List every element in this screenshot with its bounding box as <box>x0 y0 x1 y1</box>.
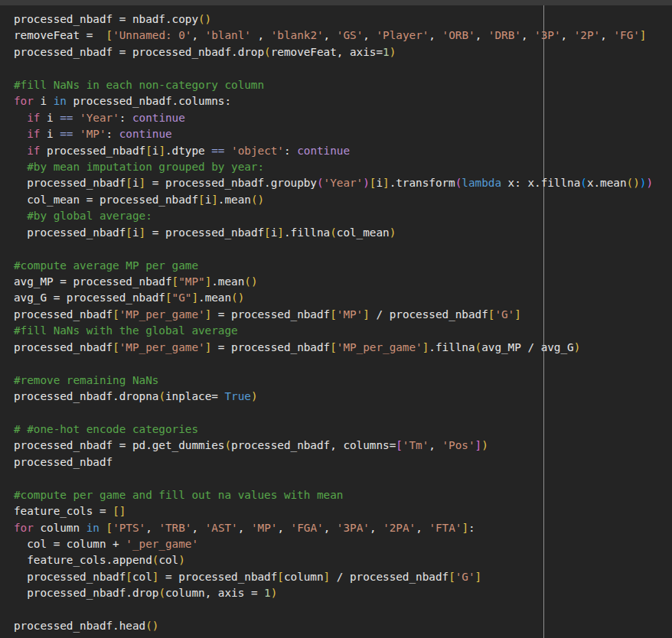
code-line: # #one-hot encode categories <box>14 422 672 438</box>
code-line: processed_nbadf[i] = processed_nbadf[i].… <box>14 225 672 241</box>
code-line: for column in ['PTS', 'TRB', 'AST', 'MP'… <box>14 520 672 536</box>
code-line: processed_nbadf.head() <box>14 618 672 634</box>
code-line <box>14 60 672 76</box>
code-area[interactable]: processed_nbadf = nbadf.copy()removeFeat… <box>14 11 672 638</box>
code-line <box>14 241 672 257</box>
code-line: #remove remaining NaNs <box>14 373 672 389</box>
code-line: processed_nbadf.drop(column, axis = 1) <box>14 585 672 601</box>
code-line: #by global average: <box>14 208 672 224</box>
code-line: #compute average MP per game <box>14 258 672 274</box>
code-line: processed_nbadf = processed_nbadf.drop(r… <box>14 44 672 60</box>
code-line: removeFeat = ['Unnamed: 0', 'blanl' , 'b… <box>14 28 672 44</box>
code-line: if i == 'Year': continue <box>14 110 672 126</box>
code-line: if processed_nbadf[i].dtype == 'object':… <box>14 143 672 159</box>
code-line: #compute per game and fill out na values… <box>14 487 672 503</box>
code-line: processed_nbadf['MP_per_game'] = process… <box>14 340 672 356</box>
code-line: feature_cols = [] <box>14 503 672 519</box>
code-line <box>14 602 672 618</box>
code-line: processed_nbadf.dropna(inplace= True) <box>14 389 672 405</box>
code-line: for i in processed_nbadf.columns: <box>14 93 672 109</box>
code-line: avg_MP = processed_nbadf["MP"].mean() <box>14 274 672 290</box>
code-line: #by mean imputation grouped by year: <box>14 159 672 175</box>
code-line: processed_nbadf = pd.get_dummies(process… <box>14 438 672 454</box>
code-editor: processed_nbadf = nbadf.copy()removeFeat… <box>0 0 672 638</box>
code-line: #fill NaNs with the global average <box>14 323 672 339</box>
code-line: if i == 'MP': continue <box>14 126 672 142</box>
code-line: processed_nbadf[i] = processed_nbadf.gro… <box>14 175 672 191</box>
code-line <box>14 356 672 372</box>
code-line: processed_nbadf[col] = processed_nbadf[c… <box>14 569 672 585</box>
code-line: avg_G = processed_nbadf["G"].mean() <box>14 290 672 306</box>
code-line: processed_nbadf <box>14 454 672 470</box>
code-line: #fill NaNs in each non-category column <box>14 77 672 93</box>
top-strip <box>0 0 672 5</box>
code-line: processed_nbadf['MP_per_game'] = process… <box>14 307 672 323</box>
code-line: processed_nbadf = nbadf.copy() <box>14 11 672 28</box>
code-line <box>14 405 672 422</box>
code-line: col_mean = processed_nbadf[i].mean() <box>14 192 672 208</box>
code-line: col = column + '_per_game' <box>14 536 672 552</box>
code-line <box>14 470 672 487</box>
code-line: feature_cols.append(col) <box>14 552 672 568</box>
